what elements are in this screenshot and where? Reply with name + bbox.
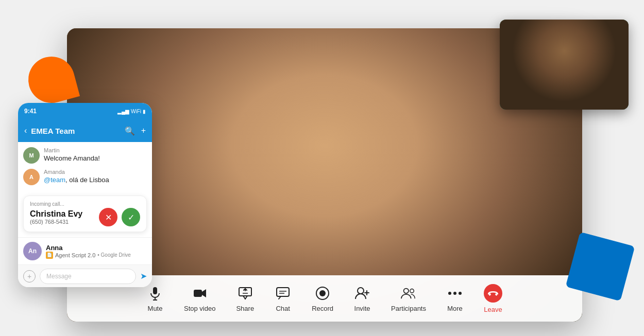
add-icon[interactable]: + [141, 126, 146, 136]
back-button[interactable]: ‹ [24, 126, 27, 135]
header-action-icons: 🔍 + [125, 126, 146, 136]
caller-number: (650) 768-5431 [30, 219, 82, 225]
pip-video-feed [500, 20, 629, 110]
signal-icon: ▂▄▆ [117, 109, 129, 114]
svg-point-17 [453, 292, 456, 295]
message-text-input[interactable]: Message [40, 269, 136, 284]
chat-label: Chat [276, 305, 290, 312]
participants-label: Participants [391, 305, 426, 312]
message-content: Martin Welcome Amanda! [44, 147, 100, 162]
message-text: @team, olá de Lisboa [44, 176, 109, 184]
svg-point-18 [459, 292, 462, 295]
share-label: Share [236, 305, 254, 312]
mobile-phone-overlay: 9:41 ▂▄▆ WiFi ▮ ‹ EMEA Team 🔍 + M Martin… [18, 103, 152, 287]
chat-title: EMEA Team [31, 127, 120, 135]
call-action-buttons: ✕ ✓ [99, 208, 140, 226]
avatar-amanda: A [23, 169, 40, 185]
mention-tag: @team [44, 176, 65, 184]
svg-point-15 [410, 289, 414, 293]
svg-point-14 [404, 288, 409, 293]
microphone-icon [147, 285, 163, 302]
message-item: A Amanda @team, olá de Lisboa [23, 169, 147, 185]
record-button[interactable]: Record [303, 281, 342, 316]
battery-icon: ▮ [143, 109, 146, 114]
phone-end-icon [484, 284, 502, 303]
chat-message-list: M Martin Welcome Amanda! A Amanda @team,… [18, 142, 152, 196]
message-item: M Martin Welcome Amanda! [23, 147, 147, 164]
svg-point-11 [358, 288, 364, 294]
record-circle-icon [314, 285, 331, 302]
message-content: Amanda @team, olá de Lisboa [44, 169, 109, 184]
file-name: Agent Script 2.0 [55, 252, 95, 258]
chat-bubble-icon [275, 285, 291, 302]
svg-rect-3 [194, 290, 202, 297]
invite-label: Invite [354, 305, 370, 312]
search-icon[interactable]: 🔍 [125, 126, 135, 136]
invite-button[interactable]: Invite [346, 281, 379, 316]
message-sender: Amanda [44, 169, 109, 175]
caller-name: Christina Evy [30, 209, 82, 219]
wifi-icon: WiFi [131, 109, 141, 114]
recent-content: Anna 📄 Agent Script 2.0 • Google Drive [46, 244, 131, 259]
recent-message-preview: 📄 Agent Script 2.0 • Google Drive [46, 252, 131, 259]
person-add-icon [354, 285, 370, 302]
accept-call-button[interactable]: ✓ [122, 208, 140, 226]
leave-label: Leave [484, 306, 502, 313]
pip-participant [500, 20, 629, 110]
svg-point-16 [448, 292, 451, 295]
decline-call-button[interactable]: ✕ [99, 208, 117, 226]
chat-button[interactable]: Chat [266, 281, 299, 316]
caller-info-row: Christina Evy (650) 768-5431 ✕ ✓ [30, 208, 140, 226]
phone-status-icons: ▂▄▆ WiFi ▮ [117, 109, 146, 114]
video-camera-icon [192, 285, 208, 302]
svg-rect-6 [277, 288, 289, 296]
message-placeholder: Message [46, 273, 72, 280]
avatar-martin: M [23, 147, 40, 164]
attachment-button[interactable]: + [23, 270, 36, 282]
record-label: Record [312, 305, 333, 312]
participants-button[interactable]: Participants [383, 281, 434, 316]
incoming-call-card: Incoming call... Christina Evy (650) 768… [23, 196, 147, 232]
ellipsis-icon [447, 285, 463, 302]
share-screen-icon [237, 285, 253, 302]
stop-video-label: Stop video [184, 305, 215, 312]
stop-video-button[interactable]: Stop video [176, 281, 224, 316]
more-label: More [447, 305, 463, 312]
phone-time: 9:41 [24, 108, 37, 115]
leave-button[interactable]: Leave [476, 280, 511, 317]
message-input-bar: + Message ➤ [18, 264, 152, 287]
phone-chat-header: ‹ EMEA Team 🔍 + [18, 119, 152, 142]
caller-details: Christina Evy (650) 768-5431 [30, 209, 82, 225]
avatar-anna: An [23, 242, 42, 260]
mute-label: Mute [148, 305, 163, 312]
share-button[interactable]: Share [228, 281, 262, 316]
recent-message-item: An Anna 📄 Agent Script 2.0 • Google Driv… [18, 237, 152, 264]
message-sender: Martin [44, 147, 100, 153]
svg-rect-0 [153, 287, 157, 294]
message-text: Welcome Amanda! [44, 154, 100, 162]
phone-status-bar: 9:41 ▂▄▆ WiFi ▮ [18, 103, 152, 119]
file-icon: 📄 [46, 252, 53, 259]
more-button[interactable]: More [438, 281, 471, 316]
send-message-button[interactable]: ➤ [140, 271, 147, 281]
recent-sender-name: Anna [46, 244, 131, 252]
people-group-icon [400, 285, 417, 302]
svg-point-10 [319, 290, 326, 296]
incoming-call-label: Incoming call... [30, 201, 140, 207]
file-source: • Google Drive [97, 252, 131, 258]
